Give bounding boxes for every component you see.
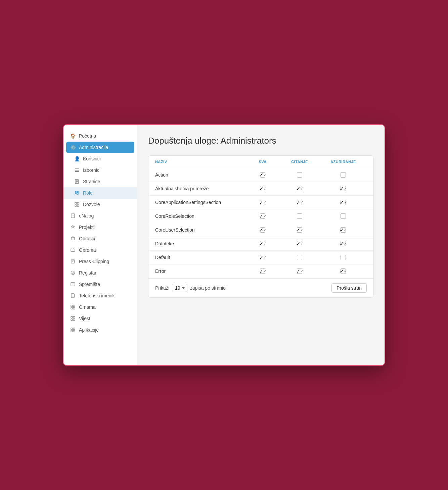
svg-rect-32 — [71, 316, 73, 318]
sidebar-item-o-nama[interactable]: O nama — [63, 301, 137, 313]
cell-azuriranje[interactable] — [320, 172, 367, 178]
checkbox-citanje[interactable] — [297, 213, 302, 219]
svg-rect-29 — [73, 305, 75, 307]
checkbox-azuriranje[interactable]: ✓ — [341, 268, 346, 274]
sidebar-item-projekti[interactable]: Projekti — [63, 222, 137, 233]
sidebar-item-label: Korisnici — [83, 156, 101, 161]
sidebar-item-telefonski-imenik[interactable]: Telefonski imenik — [63, 290, 137, 301]
sidebar-item-obrasci[interactable]: Obrasci — [63, 233, 137, 244]
cell-sva[interactable]: ✓ — [246, 172, 279, 178]
checkbox-azuriranje[interactable] — [341, 172, 346, 178]
sidebar-item-registar[interactable]: Registar — [63, 267, 137, 279]
cell-sva[interactable]: ✓ — [246, 200, 279, 205]
cell-sva[interactable]: ✓ — [246, 186, 279, 191]
cell-azuriranje[interactable]: ✓ — [320, 241, 367, 246]
sidebar-item-stranice[interactable]: Stranice — [63, 176, 137, 187]
svg-rect-11 — [75, 205, 77, 206]
sidebar-item-aplikacije[interactable]: Aplikacije — [63, 324, 137, 336]
checkbox-azuriranje[interactable] — [341, 255, 346, 260]
checkbox-sva[interactable]: ✓ — [260, 213, 265, 219]
sidebar-item-pocetna[interactable]: 🏠 Početna — [63, 130, 137, 142]
svg-rect-1 — [75, 170, 79, 170]
svg-rect-0 — [75, 168, 79, 169]
checkbox-azuriranje[interactable]: ✓ — [341, 227, 346, 233]
checkbox-citanje[interactable]: ✓ — [297, 227, 302, 233]
sidebar-item-label: Aplikacije — [79, 327, 99, 333]
role-icon — [74, 190, 80, 196]
checkbox-citanje[interactable] — [297, 172, 302, 178]
page-icon — [74, 179, 80, 184]
registar-icon — [70, 270, 76, 276]
cell-sva[interactable]: ✓ — [246, 268, 279, 274]
checkbox-azuriranje[interactable] — [341, 213, 346, 219]
checkbox-citanje[interactable]: ✓ — [297, 241, 302, 246]
sidebar-item-administracija[interactable]: ⚙️ Administracija — [66, 142, 134, 153]
sidebar-item-dozvole[interactable]: Dozvole — [63, 199, 137, 210]
svg-rect-37 — [73, 328, 75, 330]
sidebar-item-spremista[interactable]: Spremišta — [63, 279, 137, 290]
checkbox-citanje[interactable] — [297, 255, 302, 260]
svg-rect-16 — [71, 237, 75, 240]
per-page-select[interactable]: 10 5 25 50 — [172, 284, 187, 292]
cell-azuriranje[interactable]: ✓ — [320, 186, 367, 191]
cell-citanje[interactable]: ✓ — [279, 227, 320, 233]
cell-citanje[interactable]: ✓ — [279, 268, 320, 274]
cell-azuriranje[interactable]: ✓ — [320, 200, 367, 205]
cell-azuriranje[interactable]: ✓ — [320, 227, 367, 233]
checkbox-azuriranje[interactable]: ✓ — [341, 186, 346, 191]
cell-citanje[interactable] — [279, 213, 320, 219]
svg-point-8 — [77, 191, 79, 193]
checkbox-sva[interactable]: ✓ — [260, 200, 265, 205]
checkbox-sva[interactable]: ✓ — [260, 227, 265, 233]
sidebar-item-enalog[interactable]: eNalog — [63, 210, 137, 222]
checkbox-sva[interactable]: ✓ — [260, 268, 265, 274]
cell-azuriranje[interactable]: ✓ — [320, 268, 367, 274]
checkbox-sva[interactable]: ✓ — [260, 241, 265, 246]
checkbox-citanje[interactable]: ✓ — [297, 186, 302, 191]
projekti-icon — [70, 225, 76, 230]
svg-point-7 — [76, 191, 77, 193]
table-row: Default ✓ — [148, 251, 373, 264]
svg-rect-2 — [75, 171, 79, 172]
sidebar-item-izbornici[interactable]: Izbornici — [63, 164, 137, 176]
checkbox-sva[interactable]: ✓ — [260, 172, 265, 178]
checkbox-citanje[interactable]: ✓ — [297, 268, 302, 274]
sidebar-item-label: Dozvole — [83, 202, 100, 207]
sidebar-item-role[interactable]: Role — [63, 187, 137, 199]
row-name: CoreRoleSelection — [155, 213, 246, 219]
cell-citanje[interactable]: ✓ — [279, 186, 320, 191]
table-row: Error ✓ ✓ ✓ — [148, 264, 373, 278]
sidebar-item-korisnici[interactable]: 👤 Korisnici — [63, 153, 137, 164]
table-row: CoreApplicationSettingsSection ✓ ✓ ✓ — [148, 196, 373, 209]
checkbox-sva[interactable]: ✓ — [260, 186, 265, 191]
cell-sva[interactable]: ✓ — [246, 255, 279, 260]
cell-sva[interactable]: ✓ — [246, 213, 279, 219]
svg-rect-9 — [75, 202, 77, 204]
sidebar-item-label: Registar — [79, 270, 96, 276]
prev-page-button[interactable]: Prošla stran — [331, 283, 367, 293]
sidebar-item-oprema[interactable]: Oprema — [63, 244, 137, 256]
sidebar-item-vijesti[interactable]: Vijesti — [63, 313, 137, 324]
cell-citanje[interactable] — [279, 255, 320, 260]
row-name: Action — [155, 172, 246, 178]
cell-sva[interactable]: ✓ — [246, 241, 279, 246]
checkbox-azuriranje[interactable]: ✓ — [341, 241, 346, 246]
cell-citanje[interactable]: ✓ — [279, 200, 320, 205]
page-title: Dopuštenja uloge: Administrators — [148, 136, 374, 146]
pagination-bar: Prikaži 10 5 25 50 zapisa po stranici Pr… — [148, 278, 373, 297]
svg-rect-35 — [73, 319, 75, 321]
checkbox-azuriranje[interactable]: ✓ — [341, 200, 346, 205]
cell-citanje[interactable] — [279, 172, 320, 178]
checkbox-citanje[interactable]: ✓ — [297, 200, 302, 205]
svg-rect-33 — [73, 316, 75, 318]
cell-sva[interactable]: ✓ — [246, 227, 279, 233]
table-row: Datoteke ✓ ✓ ✓ — [148, 237, 373, 251]
cell-azuriranje[interactable] — [320, 213, 367, 219]
cell-citanje[interactable]: ✓ — [279, 241, 320, 246]
checkbox-sva[interactable]: ✓ — [260, 255, 265, 260]
sidebar-item-label: Početna — [79, 133, 96, 139]
sidebar-item-press-clipping[interactable]: Press Clipping — [63, 256, 137, 267]
cell-azuriranje[interactable] — [320, 255, 367, 260]
svg-rect-31 — [73, 307, 75, 309]
svg-rect-34 — [71, 319, 73, 321]
